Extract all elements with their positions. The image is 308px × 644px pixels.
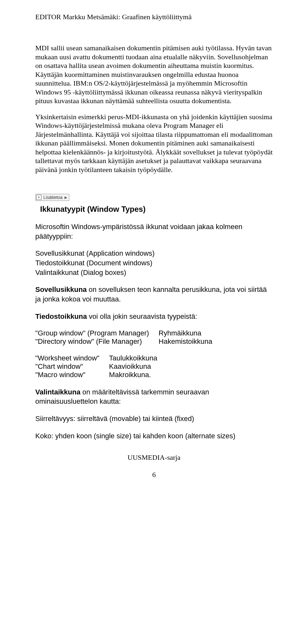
list-item: Tiedostoikkunat (Document windows) [35,258,273,268]
sovellusikkuna-desc: Sovellusikkuna on sovelluksen teon kanna… [35,285,273,304]
table-row: "Chart window" Kaavioikkuna [35,362,157,371]
list-item: Valintaikkunat (Dialog boxes) [35,268,273,277]
plus-icon: + [36,195,41,200]
page-number: 6 [35,471,273,479]
tiedostoikkuna-desc: Tiedostoikkuna voi olla jokin seuraavist… [35,312,273,321]
type-en: "Directory window" (File Manager) [35,337,158,346]
list-item: Sovellusikkunat (Application windows) [35,249,273,258]
type-fi: Makroikkuna. [109,371,157,379]
type-fi: Ryhmäikkuna [158,329,212,337]
type-fi: Kaavioikkuna [109,362,157,371]
term-bold: Valintaikkuna [35,388,81,396]
paragraph-1: MDI sallii usean samanaikaisen dokumenti… [35,44,273,105]
section-intro: Microsoftin Windows-ympäristössä ikkunat… [35,222,273,241]
property-size: Koko: yhden koon (single size) tai kahde… [35,431,273,441]
table-row: "Group window" (Program Manager) Ryhmäik… [35,329,212,337]
series-footer: UUSMEDIA-sarja [35,453,273,462]
term-bold: Sovellusikkuna [35,285,87,293]
table-row: "Worksheet window" Taulukkoikkuna [35,354,157,362]
type-en: "Group window" (Program Manager) [35,329,158,337]
term-bold: Tiedostoikkuna [35,312,87,320]
main-type-list: Sovellusikkunat (Application windows) Ti… [35,249,273,277]
paragraph-2: Yksinkertaisin esimerkki perus-MDI-ikkun… [35,112,273,174]
type-fi: Taulukkoikkuna [109,354,157,362]
document-page: EDITOR Markku Metsämäki: Graafinen käytt… [0,0,308,489]
page-header: EDITOR Markku Metsämäki: Graafinen käytt… [35,13,273,21]
property-movability: Siirreltävyys: siirreltävä (movable) tai… [35,414,273,424]
doc-window-types-2: "Worksheet window" Taulukkoikkuna "Chart… [35,354,157,379]
section-title: Ikkunatyypit (Window Types) [40,205,273,214]
type-en: "Worksheet window" [35,354,109,362]
type-fi: Hakemistoikkuna [158,337,212,346]
term-rest: voi olla jokin seuraavista tyypeistä: [87,312,197,320]
table-row: "Directory window" (File Manager) Hakemi… [35,337,212,346]
expand-icon: ▶ [64,195,67,200]
table-row: "Macro window" Makroikkuna. [35,371,157,379]
more-info-widget[interactable]: + Lisätietoa ▶ [35,194,69,201]
type-en: "Macro window" [35,371,109,379]
type-en: "Chart window" [35,362,109,371]
doc-window-types-1: "Group window" (Program Manager) Ryhmäik… [35,329,212,346]
valintaikkuna-desc: Valintaikkuna on määriteltävissä tarkemm… [35,387,273,406]
more-info-label: Lisätietoa [43,195,63,200]
